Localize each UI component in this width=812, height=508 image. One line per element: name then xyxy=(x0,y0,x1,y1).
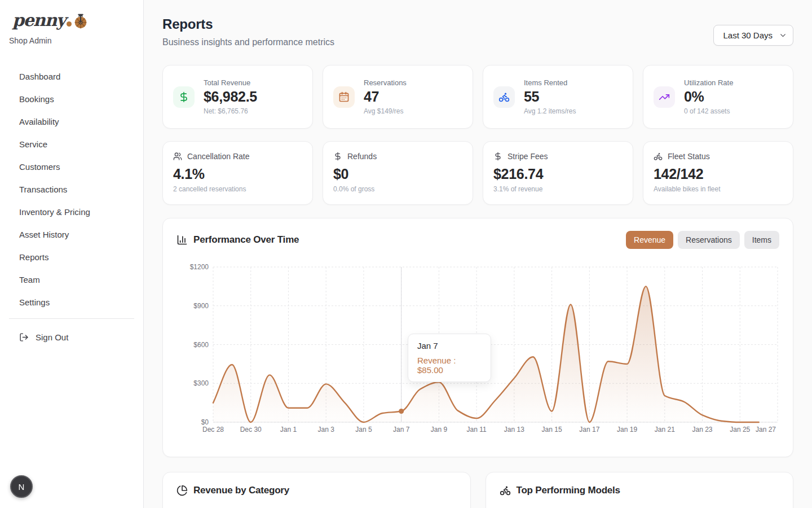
sign-out-label: Sign Out xyxy=(36,332,68,342)
log-out-icon xyxy=(19,332,29,342)
stat-card-stripe-fees: Stripe Fees $216.74 3.1% of revenue xyxy=(483,141,633,205)
svg-text:$0: $0 xyxy=(201,418,209,426)
sign-out-button[interactable]: Sign Out xyxy=(0,327,143,348)
stat-sub: 2 cancelled reservations xyxy=(173,185,302,193)
stat-value: $6,982.5 xyxy=(204,89,257,105)
page-title: Reports xyxy=(162,16,334,33)
top-performing-models-card: Top Performing Models xyxy=(486,472,794,508)
bike-icon xyxy=(500,485,511,496)
stat-sub: Net: $6,765.76 xyxy=(204,107,257,115)
tab-reservations[interactable]: Reservations xyxy=(678,231,740,249)
stat-card-cancellation-rate: Cancellation Rate 4.1% 2 cancelled reser… xyxy=(162,141,313,205)
bike-icon xyxy=(493,86,515,108)
svg-text:Jan 11: Jan 11 xyxy=(467,426,487,433)
page-subtitle: Business insights and performance metric… xyxy=(162,36,334,49)
sidebar-item-service[interactable]: Service xyxy=(0,133,143,156)
svg-text:Jan 23: Jan 23 xyxy=(692,426,713,433)
stat-card-utilization-rate: Utilization Rate 0% 0 of 142 assets xyxy=(643,65,793,129)
svg-text:Jan 13: Jan 13 xyxy=(504,426,524,433)
stat-label: Refunds xyxy=(347,152,377,161)
stat-label: Stripe Fees xyxy=(508,152,548,161)
stat-value: 55 xyxy=(524,89,576,105)
bar-chart-icon xyxy=(176,234,188,246)
stat-sub: 0 of 142 assets xyxy=(684,107,733,115)
stat-value: $0 xyxy=(333,166,462,182)
stat-value: 0% xyxy=(684,89,733,105)
pie-chart-icon xyxy=(176,485,188,496)
svg-text:Jan 17: Jan 17 xyxy=(579,426,599,433)
penny-farthing-wheel-icon xyxy=(72,12,89,29)
svg-text:Jan 5: Jan 5 xyxy=(355,426,372,433)
penny-small-wheel-icon xyxy=(67,21,72,27)
sidebar-item-bookings[interactable]: Bookings xyxy=(0,88,143,111)
dollar-icon xyxy=(493,152,502,161)
stat-value: $216.74 xyxy=(493,166,623,182)
sidebar-item-team[interactable]: Team xyxy=(0,269,143,291)
svg-text:$300: $300 xyxy=(193,379,209,387)
dollar-icon xyxy=(333,152,342,161)
sidebar: penny Shop Admin Dashboard Bookings Avai… xyxy=(0,0,144,508)
svg-text:Jan 1: Jan 1 xyxy=(280,426,297,433)
bottom-card-title: Top Performing Models xyxy=(517,485,620,496)
chart-metric-tabs: Revenue Reservations Items xyxy=(626,231,779,249)
sidebar-item-transactions[interactable]: Transactions xyxy=(0,178,143,201)
date-range-value: Last 30 Days xyxy=(723,30,773,40)
shop-admin-label: Shop Admin xyxy=(0,36,143,45)
sidebar-item-reports[interactable]: Reports xyxy=(0,246,143,269)
sidebar-item-customers[interactable]: Customers xyxy=(0,156,143,178)
sidebar-item-dashboard[interactable]: Dashboard xyxy=(0,65,143,88)
dollar-icon xyxy=(173,86,195,108)
stat-label: Utilization Rate xyxy=(684,78,733,87)
stat-sub: Avg $149/res xyxy=(364,107,407,115)
stat-sub: Available bikes in fleet xyxy=(654,185,783,193)
brand-logo-text: penny xyxy=(12,11,65,29)
stat-sub: Avg 1.2 items/res xyxy=(524,107,576,115)
sidebar-item-asset-history[interactable]: Asset History xyxy=(0,224,143,246)
calendar-icon xyxy=(333,86,355,108)
svg-text:$900: $900 xyxy=(193,302,209,310)
stat-label: Reservations xyxy=(364,78,407,87)
svg-text:Jan 9: Jan 9 xyxy=(431,426,448,433)
brand-logo: penny xyxy=(0,11,143,29)
main-content: Reports Business insights and performanc… xyxy=(144,0,812,508)
svg-text:Dec 30: Dec 30 xyxy=(240,426,262,433)
svg-text:$1200: $1200 xyxy=(190,263,209,271)
svg-text:Jan 15: Jan 15 xyxy=(542,426,562,433)
stat-sub: 0.0% of gross xyxy=(333,185,462,193)
svg-text:Dec 28: Dec 28 xyxy=(202,426,224,433)
performance-chart-area: $0$300$600$900$1200Dec 28Dec 30Jan 1Jan … xyxy=(176,256,779,437)
tab-items[interactable]: Items xyxy=(744,231,779,249)
stats-row-2: Cancellation Rate 4.1% 2 cancelled reser… xyxy=(162,141,793,205)
svg-text:Jan 19: Jan 19 xyxy=(617,426,637,433)
chevron-down-icon xyxy=(779,32,787,39)
performance-card: Performance Over Time Revenue Reservatio… xyxy=(162,218,793,457)
tab-revenue[interactable]: Revenue xyxy=(626,231,673,249)
stat-card-refunds: Refunds $0 0.0% of gross xyxy=(323,141,473,205)
sidebar-item-settings[interactable]: Settings xyxy=(0,291,143,314)
svg-text:Jan 25: Jan 25 xyxy=(730,426,750,433)
stats-row-1: Total Revenue $6,982.5 Net: $6,765.76 Re… xyxy=(162,65,793,129)
stat-value: 142/142 xyxy=(654,166,783,182)
stat-label: Total Revenue xyxy=(204,78,257,87)
bottom-section: Revenue by Category Top Performing Model… xyxy=(162,472,793,508)
stat-label: Items Rented xyxy=(524,78,576,87)
stat-value: 4.1% xyxy=(173,166,302,182)
date-range-select[interactable]: Last 30 Days xyxy=(713,25,793,46)
stat-sub: 3.1% of revenue xyxy=(493,185,623,193)
svg-text:Jan 7: Jan 7 xyxy=(393,426,410,433)
stat-value: 47 xyxy=(364,89,407,105)
sidebar-divider xyxy=(9,318,134,319)
trending-up-icon xyxy=(654,86,675,108)
stat-card-fleet-status: Fleet Status 142/142 Available bikes in … xyxy=(643,141,793,205)
sidebar-item-inventory-pricing[interactable]: Inventory & Pricing xyxy=(0,201,143,224)
sidebar-nav: Dashboard Bookings Availability Service … xyxy=(0,65,143,314)
dev-avatar-button[interactable]: N xyxy=(10,475,33,498)
performance-chart[interactable]: $0$300$600$900$1200Dec 28Dec 30Jan 1Jan … xyxy=(176,256,780,435)
bottom-card-title: Revenue by Category xyxy=(193,485,289,496)
stat-card-reservations: Reservations 47 Avg $149/res xyxy=(323,65,473,129)
svg-text:Jan 21: Jan 21 xyxy=(655,426,675,433)
stat-label: Fleet Status xyxy=(668,152,710,161)
stat-label: Cancellation Rate xyxy=(187,152,250,161)
stat-card-items-rented: Items Rented 55 Avg 1.2 items/res xyxy=(483,65,633,129)
sidebar-item-availability[interactable]: Availability xyxy=(0,111,143,133)
